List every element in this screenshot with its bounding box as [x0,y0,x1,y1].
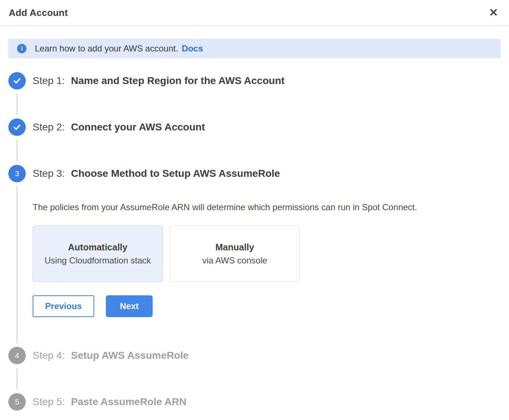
step-3-number-badge: 3 [8,165,26,182]
step-2-label: Step 2: [33,121,65,133]
step-5-body: Step 5: Paste AssumeRole ARN [33,393,501,419]
step-4-heading: Step 4: Setup AWS AssumeRole [33,347,501,364]
step-4-label: Step 4: [33,350,65,361]
step-5-heading: Step 5: Paste AssumeRole ARN [33,393,501,411]
step-1-rail [8,72,26,118]
option-title: Automatically [68,242,128,253]
option-subtitle: via AWS console [202,255,267,266]
step-4-rail: 4 [8,347,26,393]
banner-text: Learn how to add your AWS account. [35,43,178,54]
modal-header: Add Account ✕ [0,0,509,26]
step-1-body: Step 1: Name and Step Region for the AWS… [33,72,501,118]
docs-link[interactable]: Docs [182,43,203,54]
close-icon[interactable]: ✕ [487,6,500,20]
step-1-heading: Step 1: Name and Step Region for the AWS… [33,72,501,90]
step-3-heading: Step 3: Choose Method to Setup AWS Assum… [33,165,501,182]
option-subtitle: Using Cloudformation stack [45,255,151,266]
step-connector [17,93,17,115]
step-3: 3 Step 3: Choose Method to Setup AWS Ass… [8,165,501,347]
step-3-description: The policies from your AssumeRole ARN wi… [33,202,501,212]
modal-title: Add Account [9,7,68,18]
step-5-label: Step 5: [33,396,65,408]
wizard-stepper: Step 1: Name and Step Region for the AWS… [8,72,501,419]
option-card-automatically[interactable]: Automatically Using Cloudformation stack [33,225,163,282]
step-4: 4 Step 4: Setup AWS AssumeRole [8,347,501,393]
step-1-title: Name and Step Region for the AWS Account [71,75,285,87]
add-account-modal: Add Account ✕ i Learn how to add your AW… [0,0,509,420]
modal-content: i Learn how to add your AWS account. Doc… [0,26,509,420]
step-5: 5 Step 5: Paste AssumeRole ARN [8,393,501,419]
wizard-buttons: Previous Next [33,295,501,317]
step-3-body: Step 3: Choose Method to Setup AWS Assum… [33,165,501,347]
step-2-heading: Step 2: Connect your AWS Account [33,118,501,136]
step-4-body: Step 4: Setup AWS AssumeRole [33,347,501,393]
step-5-rail: 5 [8,393,26,419]
step-2-title: Connect your AWS Account [71,121,205,133]
step-connector [17,368,17,390]
step-2-rail [8,118,26,165]
step-2-body: Step 2: Connect your AWS Account [33,118,501,165]
step-4-number-badge: 4 [8,347,26,364]
next-button[interactable]: Next [106,295,153,317]
step-1-label: Step 1: [33,75,65,87]
step-3-title: Choose Method to Setup AWS AssumeRole [71,168,280,179]
step-2: Step 2: Connect your AWS Account [8,118,501,165]
step-3-rail: 3 [8,165,26,347]
step-1: Step 1: Name and Step Region for the AWS… [8,72,501,118]
step-2-check-icon [8,118,26,136]
assume-role-method-options: Automatically Using Cloudformation stack… [33,225,501,282]
previous-button[interactable]: Previous [33,295,94,317]
step-connector [17,140,17,161]
option-card-manually[interactable]: Manually via AWS console [170,225,300,282]
option-title: Manually [215,242,254,253]
step-connector [17,186,17,343]
info-banner: i Learn how to add your AWS account. Doc… [8,39,501,58]
step-4-title: Setup AWS AssumeRole [71,350,189,361]
step-5-number-badge: 5 [8,393,26,411]
step-1-check-icon [8,72,26,90]
info-icon: i [17,44,26,53]
step-5-title: Paste AssumeRole ARN [71,396,186,408]
step-3-label: Step 3: [33,168,65,179]
